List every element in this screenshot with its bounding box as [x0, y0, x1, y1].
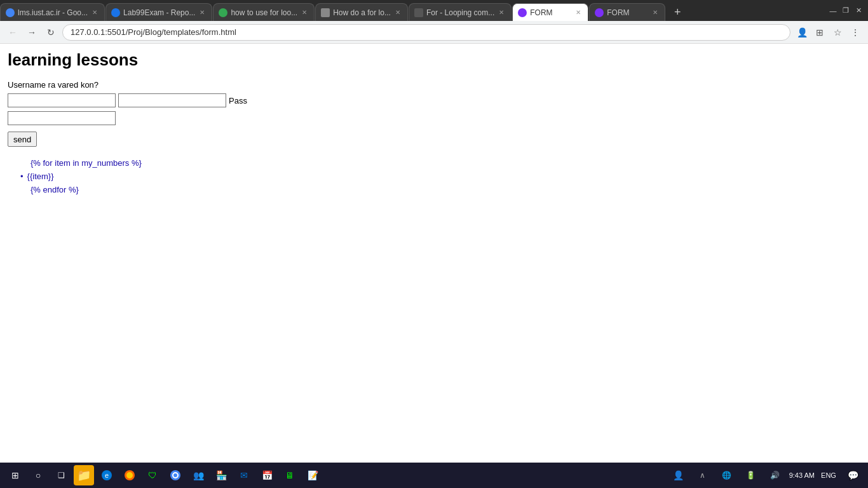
form-container: Username ra vared kon? Pass send [8, 80, 860, 147]
tab-how-do[interactable]: How do a for lo... ✕ [315, 3, 408, 21]
tab-favicon-form2 [595, 8, 604, 17]
tab-label-howto: how to use for loo... [231, 8, 297, 17]
taskbar-lang[interactable]: ENG [818, 465, 839, 485]
grid-icon[interactable]: ⊞ [812, 25, 827, 40]
password-input[interactable] [118, 93, 226, 107]
tab-label-lab99: Lab99Exam - Repo... [123, 8, 195, 17]
tab-favicon-lab99 [111, 8, 120, 17]
taskbar-right: 👤 ∧ 🌐 🔋 🔊 9:43 AM ENG 💬 [668, 465, 863, 485]
tab-lms[interactable]: lms.iust.ac.ir - Goo... ✕ [0, 3, 105, 21]
menu-icon[interactable]: ⋮ [848, 25, 863, 40]
taskbar-display-icon[interactable]: 🖥 [280, 465, 300, 485]
tab-form2[interactable]: FORM ✕ [589, 3, 665, 21]
taskbar-teams-icon[interactable]: 👥 [188, 465, 208, 485]
forward-button[interactable]: → [24, 25, 39, 40]
taskbar-mail-icon[interactable]: ✉ [234, 465, 254, 485]
taskbar-notification-icon[interactable]: 💬 [843, 465, 863, 485]
clock-time: 9:43 AM [789, 471, 815, 480]
tab-close-looping[interactable]: ✕ [497, 8, 506, 17]
form-row-extra [8, 111, 860, 125]
taskbar-edge-icon[interactable]: e [97, 465, 117, 485]
submit-row: send [8, 129, 860, 147]
title-bar: lms.iust.ac.ir - Goo... ✕ Lab99Exam - Re… [0, 0, 868, 21]
taskbar-vscode-icon[interactable]: 📝 [302, 465, 323, 485]
tab-close-howto[interactable]: ✕ [300, 8, 309, 17]
taskbar-network-icon[interactable]: 🌐 [717, 465, 737, 485]
taskbar-shield-icon[interactable]: 🛡 [142, 465, 163, 485]
tab-favicon-form-active [518, 8, 527, 17]
item-line: • {{item}} [20, 170, 860, 184]
tab-close-form-active[interactable]: ✕ [574, 8, 583, 17]
back-button[interactable]: ← [5, 25, 20, 40]
window-controls: — ❐ ✕ [824, 6, 868, 15]
username-input[interactable] [8, 93, 116, 107]
tab-favicon-lms [6, 8, 15, 17]
bullet: • [20, 170, 24, 184]
taskbar-calendar-icon[interactable]: 📅 [257, 465, 277, 485]
tab-label-looping: For - Looping com... [426, 8, 494, 17]
tab-label-lms: lms.iust.ac.ir - Goo... [18, 8, 88, 17]
taskbar-start-button[interactable]: ⊞ [5, 465, 25, 485]
close-button[interactable]: ✕ [854, 6, 863, 15]
taskbar-chrome-icon[interactable] [165, 465, 186, 485]
tab-favicon-looping [414, 8, 423, 17]
reload-button[interactable]: ↻ [43, 25, 58, 40]
taskbar-battery-icon[interactable]: 🔋 [741, 465, 761, 485]
tabs-container: lms.iust.ac.ir - Goo... ✕ Lab99Exam - Re… [0, 0, 824, 21]
item-value: {{item}} [27, 170, 54, 184]
taskbar-firefox-icon[interactable] [119, 465, 140, 485]
tab-for-looping[interactable]: For - Looping com... ✕ [409, 3, 512, 21]
toolbar-icons: 👤 ⊞ ☆ ⋮ [794, 25, 863, 40]
browser-window: lms.iust.ac.ir - Goo... ✕ Lab99Exam - Re… [0, 0, 868, 488]
svg-point-6 [173, 473, 177, 477]
new-tab-button[interactable]: + [668, 3, 686, 21]
tab-close-lms[interactable]: ✕ [90, 8, 99, 17]
address-input[interactable] [62, 24, 790, 41]
tab-favicon-howto [219, 8, 227, 17]
star-icon[interactable]: ☆ [830, 25, 845, 40]
template-code-block: {% for item in my_numbers %} • {{item}} … [8, 157, 860, 196]
tab-label-form-active: FORM [530, 8, 571, 17]
tab-close-lab99[interactable]: ✕ [198, 8, 207, 17]
minimize-button[interactable]: — [829, 6, 837, 15]
page-title: learning lessons [8, 50, 860, 70]
taskbar-store-icon[interactable]: 🏪 [211, 465, 231, 485]
taskbar: ⊞ ○ ❑ 📁 e 🛡 👥 🏪 ✉ 📅 🖥 📝 👤 ∧ [0, 463, 868, 488]
maximize-button[interactable]: ❐ [841, 6, 850, 15]
address-bar: ← → ↻ 👤 ⊞ ☆ ⋮ [0, 21, 868, 44]
tab-form-active[interactable]: FORM ✕ [512, 3, 588, 21]
taskbar-volume-icon[interactable]: 🔊 [765, 465, 785, 485]
form-label: Username ra vared kon? [8, 80, 860, 90]
svg-point-3 [126, 472, 133, 478]
taskbar-people-icon[interactable]: 👤 [668, 465, 689, 485]
tab-how-to-use[interactable]: how to use for loo... ✕ [213, 3, 315, 21]
for-line: {% for item in my_numbers %} [31, 157, 860, 170]
tab-close-howdo[interactable]: ✕ [393, 8, 402, 17]
taskbar-search-button[interactable]: ○ [28, 465, 48, 485]
taskbar-explorer-icon[interactable]: 📁 [74, 465, 94, 485]
pass-label: Pass [229, 96, 247, 105]
extra-input[interactable] [8, 111, 116, 125]
taskbar-taskview-button[interactable]: ❑ [51, 465, 71, 485]
profile-icon[interactable]: 👤 [794, 25, 810, 40]
tab-label-form2: FORM [607, 8, 648, 17]
tab-favicon-howdo [321, 8, 330, 17]
form-row-inputs: Pass [8, 93, 860, 107]
endfor-line: {% endfor %} [31, 184, 860, 197]
tab-lab99[interactable]: Lab99Exam - Repo... ✕ [105, 3, 212, 21]
svg-text:e: e [105, 471, 109, 479]
tab-label-howdo: How do a for lo... [333, 8, 391, 17]
page-content: learning lessons Username ra vared kon? … [0, 44, 868, 463]
tab-close-form2[interactable]: ✕ [651, 8, 660, 17]
send-button[interactable]: send [8, 132, 37, 147]
taskbar-chevron-icon[interactable]: ∧ [693, 465, 713, 485]
taskbar-time: 9:43 AM [789, 471, 815, 480]
